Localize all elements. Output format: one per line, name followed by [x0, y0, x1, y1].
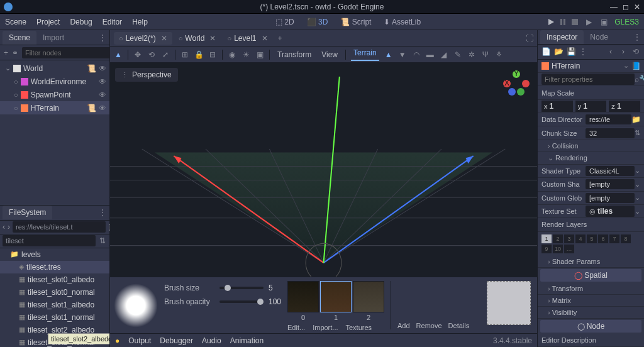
workspace-assetlib[interactable]: ⬇ AssetLib [380, 16, 425, 28]
maximize-icon[interactable]: ◻ [623, 3, 629, 11]
new-res-icon[interactable]: 📄 [541, 47, 550, 56]
terrain-paint-icon[interactable]: ◢ [440, 50, 448, 59]
workspace-3d[interactable]: ⬛ 3D [303, 16, 332, 28]
visibility-icon[interactable]: 👁 [98, 77, 107, 86]
filter-nodes-input[interactable] [22, 47, 115, 58]
terrain-holes-icon[interactable]: Ψ [481, 50, 490, 59]
load-res-icon[interactable]: 📂 [554, 47, 563, 56]
custom-shader-value[interactable]: [empty [586, 179, 635, 189]
stop-button[interactable] [572, 19, 578, 25]
fs-item[interactable]: ▦tileset_slot0_albedo [0, 273, 109, 286]
path-input[interactable] [13, 221, 106, 233]
history-icon[interactable]: ⟲ [631, 47, 640, 56]
visibility-icon[interactable]: 👁 [98, 91, 107, 99]
transform-menu[interactable]: Transform [275, 50, 314, 59]
close-tab-icon[interactable]: ✕ [209, 34, 216, 43]
texture-slot-1[interactable] [320, 281, 352, 312]
visibility-icon[interactable]: 👁 [98, 64, 107, 73]
dock-menu-icon[interactable]: ⋮ [633, 33, 641, 41]
close-tab-icon[interactable]: ✕ [161, 34, 167, 43]
visibility-icon[interactable]: 👁 [98, 104, 107, 113]
render-layers[interactable]: 12345 678910… [538, 232, 644, 256]
add-node-button[interactable]: + [4, 48, 8, 57]
menu-help[interactable]: Help [132, 18, 148, 26]
dock-menu-icon[interactable]: ⋮ [99, 208, 107, 217]
env-icon[interactable]: ◉ [228, 50, 236, 59]
save-res-icon[interactable]: 💾 [567, 47, 575, 56]
tab-inspector[interactable]: Inspector [540, 30, 584, 44]
scene-tab[interactable]: ○World✕ [174, 32, 221, 45]
menu-project[interactable]: Project [36, 18, 60, 26]
fs-item[interactable]: ▦tileset_slot0_normal [0, 286, 109, 299]
close-icon[interactable]: ✕ [634, 3, 640, 11]
transform-section[interactable]: Transform [538, 283, 644, 295]
lock-icon[interactable]: 🔒 [194, 50, 203, 59]
scene-tree[interactable]: ⌄World📜👁○WorldEnvironme👁○SpawnPoint👁○HTe… [0, 60, 109, 205]
script-icon[interactable]: 📜 [87, 64, 96, 73]
tree-node[interactable]: ○HTerrain📜👁 [0, 101, 109, 114]
terrain-raise-icon[interactable]: ▲ [384, 50, 393, 59]
menu-debug[interactable]: Debug [70, 18, 92, 26]
workspace-script[interactable]: 📜 Script [336, 16, 375, 28]
snap-icon[interactable]: ⊞ [180, 50, 189, 59]
filesystem-tree[interactable]: 📁levels◈tileset.tres▦tileset_slot0_albed… [0, 248, 109, 348]
shader-params-section[interactable]: Shader Params [538, 256, 644, 268]
fwd-button[interactable]: › [8, 223, 10, 231]
perspective-button[interactable]: ⋮Perspective [115, 68, 178, 82]
scene-tab[interactable]: ○Level1✕ [222, 32, 272, 45]
sun-icon[interactable]: ☀ [242, 50, 250, 59]
tab-import[interactable]: Import [36, 31, 70, 45]
fs-item[interactable]: ▦tileset_slot1_albedo [0, 299, 109, 311]
audio-tab[interactable]: Audio [202, 336, 221, 345]
tab-node[interactable]: Node [584, 30, 614, 44]
terrain-smooth-icon[interactable]: ◠ [412, 50, 421, 59]
play-custom-button[interactable]: ▣ [599, 18, 608, 26]
fs-item[interactable]: 📁levels [0, 248, 109, 261]
tree-node[interactable]: ○SpawnPoint👁 [0, 88, 109, 101]
details-button[interactable]: Details [448, 322, 470, 329]
history-fwd-icon[interactable]: › [619, 47, 628, 56]
add-button[interactable]: Add [397, 322, 410, 329]
rotate-tool[interactable]: ⟲ [147, 50, 156, 59]
output-tab[interactable]: Output [128, 336, 151, 345]
object-name[interactable]: HTerrain [552, 62, 623, 70]
close-tab-icon[interactable]: ✕ [262, 34, 268, 43]
new-scene-button[interactable]: + [278, 34, 282, 43]
visibility-section[interactable]: Visibility [538, 307, 644, 319]
textures-button[interactable]: Textures [346, 324, 372, 331]
tab-filesystem[interactable]: FileSystem [3, 206, 52, 219]
texture-slot-0[interactable] [287, 281, 319, 312]
play-scene-button[interactable]: ▶ [584, 18, 593, 26]
tools-icon[interactable]: 🔧 [639, 75, 644, 84]
terrain-color-icon[interactable]: ✎ [453, 50, 462, 59]
data-dir-value[interactable]: res://le [586, 114, 631, 124]
filter-properties-input[interactable] [541, 74, 635, 85]
texture-slot-2[interactable] [353, 281, 384, 312]
brush-size-slider[interactable] [219, 287, 264, 289]
fs-filter-input[interactable] [3, 235, 96, 246]
folder-icon[interactable]: 📁 [631, 115, 640, 124]
history-back-icon[interactable]: ‹ [606, 47, 615, 56]
pause-button[interactable] [560, 19, 565, 25]
tab-scene[interactable]: Scene [3, 31, 36, 45]
renderer-label[interactable]: GLES3 [614, 18, 639, 26]
view-menu[interactable]: View [319, 50, 340, 59]
scene-tab[interactable]: ○Level2(*)✕ [114, 32, 172, 45]
import-texture-button[interactable]: Import... [313, 324, 338, 331]
3d-viewport[interactable]: ⋮Perspective Y X [110, 63, 537, 277]
distraction-free-icon[interactable]: ⛶ [526, 34, 533, 43]
terrain-lower-icon[interactable]: ▼ [398, 50, 407, 59]
terrain-label[interactable]: Terrain [351, 48, 379, 61]
move-tool[interactable]: ✥ [133, 50, 142, 59]
cam-icon[interactable]: ▣ [255, 50, 264, 59]
matrix-section[interactable]: Matrix [538, 295, 644, 307]
back-button[interactable]: ‹ [3, 223, 5, 231]
edit-texture-button[interactable]: Edit... [287, 324, 305, 331]
collision-section[interactable]: Collision [538, 140, 644, 152]
fs-item[interactable]: ▦tileset_slot1_normal [0, 311, 109, 324]
chunk-size-value[interactable]: 32 [586, 128, 635, 138]
debugger-tab[interactable]: Debugger [160, 336, 193, 345]
texture-set-value[interactable]: ◎ tiles [586, 206, 635, 217]
link-button[interactable]: ⚭ [12, 48, 18, 57]
brush-opacity-slider[interactable] [219, 300, 264, 303]
